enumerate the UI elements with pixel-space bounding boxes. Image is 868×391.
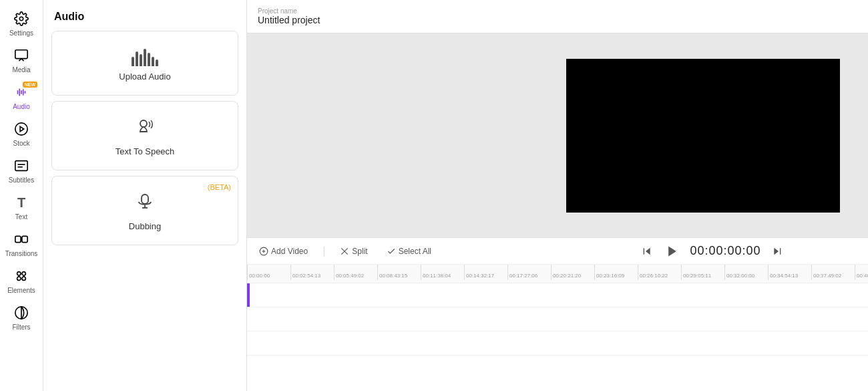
ruler-marks: 00:00:0000:02:54:1300:05:49:0200:08:43:1… xyxy=(247,265,868,280)
svg-marker-10 xyxy=(20,126,24,131)
text-icon: T xyxy=(12,193,31,212)
svg-point-20 xyxy=(22,277,25,281)
sidebar-item-media[interactable]: Media xyxy=(3,42,40,78)
sidebar-item-filters-label: Filters xyxy=(12,323,30,331)
sidebar: Settings Media NEW Audio Stock xyxy=(0,0,43,391)
upload-audio-label: Upload Audio xyxy=(119,72,170,82)
time-display: 00:00:00:00 xyxy=(690,244,761,258)
text-to-speech-icon xyxy=(134,115,156,141)
svg-point-0 xyxy=(19,17,23,21)
audio-panel: Audio Upload Audio xyxy=(43,0,247,391)
ruler-mark: 00:29:05:11 xyxy=(681,265,724,280)
dubbing-icon xyxy=(134,190,156,216)
ruler-mark: 00:02:54:13 xyxy=(290,265,334,280)
add-video-button[interactable]: Add Video xyxy=(255,244,312,259)
timeline-tracks[interactable]: 00:00:0000:02:54:1300:05:49:0200:08:43:1… xyxy=(247,265,868,391)
sidebar-item-transitions-label: Transitions xyxy=(5,250,38,257)
rewind-start-button[interactable] xyxy=(639,243,655,259)
timeline-area: Add Video | Split Select All xyxy=(247,237,868,391)
topbar: Project name Untitled project Upgrade ⚡ … xyxy=(247,0,868,33)
project-info: Project name Untitled project xyxy=(258,7,320,25)
subtitles-icon xyxy=(12,156,31,175)
ruler-mark: 00:40:43:15 xyxy=(855,265,868,280)
text-to-speech-label: Text To Speech xyxy=(116,146,175,156)
svg-rect-15 xyxy=(22,236,27,242)
elements-icon xyxy=(12,267,31,285)
sidebar-item-stock[interactable]: Stock xyxy=(3,116,40,151)
select-all-button[interactable]: Select All xyxy=(383,244,435,259)
ruler-mark: 00:32:00:00 xyxy=(724,265,768,280)
timeline-ruler: 00:00:0000:02:54:1300:05:49:0200:08:43:1… xyxy=(247,265,868,283)
svg-point-9 xyxy=(15,123,27,135)
settings-icon xyxy=(12,9,31,28)
media-icon xyxy=(12,46,31,65)
ruler-mark: 00:11:38:04 xyxy=(421,265,464,280)
sidebar-item-audio-label: Audio xyxy=(13,103,30,110)
sidebar-item-transitions[interactable]: Transitions xyxy=(3,226,40,261)
video-area xyxy=(247,33,868,237)
sidebar-item-subtitles[interactable]: Subtitles xyxy=(3,152,40,188)
ruler-mark: 00:05:49:02 xyxy=(334,265,377,280)
svg-rect-24 xyxy=(142,194,148,204)
sidebar-item-settings-label: Settings xyxy=(9,29,33,37)
main-area: Project name Untitled project Upgrade ⚡ … xyxy=(247,0,868,391)
text-to-speech-card[interactable]: Text To Speech xyxy=(51,101,238,170)
stock-icon xyxy=(12,120,31,138)
sidebar-item-elements[interactable]: Elements xyxy=(3,263,40,298)
sidebar-item-filters[interactable]: Filters xyxy=(3,299,40,335)
transitions-icon xyxy=(12,230,31,249)
ruler-mark: 00:14:32:17 xyxy=(464,265,507,280)
track-row xyxy=(247,283,868,307)
project-name-label: Project name xyxy=(258,7,320,15)
ruler-mark: 00:37:49:02 xyxy=(811,265,855,280)
project-name[interactable]: Untitled project xyxy=(258,15,320,25)
new-badge: NEW xyxy=(23,82,37,88)
timeline-toolbar: Add Video | Split Select All xyxy=(247,238,868,265)
ruler-mark: 00:17:27:06 xyxy=(507,265,551,280)
select-all-label: Select All xyxy=(399,247,431,256)
sidebar-item-elements-label: Elements xyxy=(7,287,35,294)
svg-point-18 xyxy=(22,272,25,276)
ruler-mark: 00:26:10:22 xyxy=(638,265,681,280)
beta-badge: (BETA) xyxy=(208,183,231,191)
play-button[interactable] xyxy=(663,242,682,261)
svg-rect-1 xyxy=(15,50,27,59)
sidebar-item-subtitles-label: Subtitles xyxy=(9,176,34,184)
sidebar-item-media-label: Media xyxy=(12,66,30,74)
video-canvas xyxy=(566,59,840,213)
svg-marker-34 xyxy=(774,247,779,255)
panel-cards: Upload Audio Text To Speech (BETA) xyxy=(43,31,246,245)
ruler-mark: 00:23:16:09 xyxy=(594,265,638,280)
sidebar-item-text[interactable]: T Text xyxy=(3,189,40,225)
sidebar-item-audio[interactable]: NEW Audio xyxy=(3,79,40,114)
split-button[interactable]: Split xyxy=(336,244,371,259)
ruler-mark: 00:20:21:20 xyxy=(551,265,594,280)
svg-point-17 xyxy=(17,272,21,276)
svg-rect-11 xyxy=(15,161,27,171)
dubbing-card[interactable]: (BETA) Dubbing xyxy=(51,176,238,245)
upload-audio-card[interactable]: Upload Audio xyxy=(51,31,238,96)
track-row-2 xyxy=(247,307,868,332)
svg-point-23 xyxy=(140,120,147,127)
timeline-center: 00:00:00:00 xyxy=(446,242,868,261)
svg-point-19 xyxy=(17,277,21,281)
ruler-mark: 00:00:00 xyxy=(247,265,290,280)
sidebar-item-stock-label: Stock xyxy=(13,140,29,147)
svg-marker-33 xyxy=(669,246,677,256)
upload-audio-icon xyxy=(132,45,158,66)
dubbing-label: Dubbing xyxy=(129,221,161,231)
track-indicator xyxy=(247,283,250,307)
split-label: Split xyxy=(352,247,367,256)
filters-icon xyxy=(12,303,31,322)
svg-rect-14 xyxy=(15,236,21,242)
panel-title: Audio xyxy=(43,0,246,31)
ruler-mark: 00:08:43:15 xyxy=(377,265,421,280)
ruler-mark: 00:34:54:13 xyxy=(768,265,811,280)
fast-forward-button[interactable] xyxy=(769,243,785,259)
sidebar-item-settings[interactable]: Settings xyxy=(3,5,40,41)
track-row-3 xyxy=(247,332,868,356)
add-video-label: Add Video xyxy=(271,247,308,256)
sidebar-item-text-label: Text xyxy=(15,213,27,221)
svg-marker-31 xyxy=(646,247,650,255)
